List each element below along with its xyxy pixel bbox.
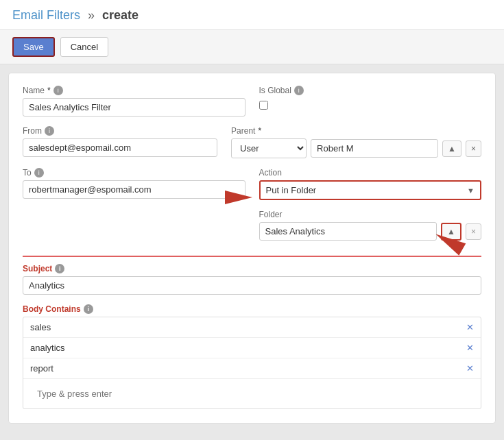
from-info-icon: i bbox=[45, 126, 54, 136]
body-item-remove-report[interactable]: ✕ bbox=[466, 363, 474, 374]
is-global-label: Is Global i bbox=[259, 86, 482, 95]
list-item: report ✕ bbox=[23, 358, 481, 379]
body-contains-info-icon: i bbox=[84, 304, 93, 314]
action-label: Action bbox=[259, 168, 482, 178]
folder-input[interactable] bbox=[259, 222, 437, 241]
is-global-checkbox[interactable] bbox=[259, 101, 268, 110]
body-item-remove-sales[interactable]: ✕ bbox=[466, 322, 474, 332]
list-item: sales ✕ bbox=[23, 317, 481, 338]
body-contains-label: Body Contains i bbox=[23, 304, 481, 314]
name-label: Name * i bbox=[23, 86, 245, 95]
breadcrumb-separator: » bbox=[88, 8, 95, 22]
folder-label: Folder bbox=[259, 210, 482, 219]
action-select[interactable]: Put in Folder Skip Mark as Important bbox=[261, 182, 481, 199]
folder-clear-button[interactable]: × bbox=[466, 223, 481, 240]
to-input[interactable] bbox=[23, 180, 245, 199]
parent-type-select[interactable]: User bbox=[231, 138, 307, 158]
subject-input[interactable] bbox=[23, 276, 481, 295]
subject-divider bbox=[23, 256, 481, 257]
body-contains-input[interactable] bbox=[30, 384, 474, 404]
parent-clear-button[interactable]: × bbox=[466, 140, 481, 157]
body-item-input-row bbox=[23, 379, 481, 408]
action-select-wrapper: Put in Folder Skip Mark as Important ▼ bbox=[259, 180, 482, 200]
from-input[interactable] bbox=[23, 138, 217, 157]
parent-select-button[interactable]: ▲ bbox=[442, 140, 461, 157]
parent-value-input[interactable] bbox=[311, 139, 438, 158]
name-input[interactable] bbox=[23, 98, 245, 117]
from-label: From i bbox=[23, 126, 217, 136]
to-label: To i bbox=[23, 168, 245, 178]
body-contains-list: sales ✕ analytics ✕ report ✕ bbox=[23, 317, 481, 409]
page-title: create bbox=[102, 8, 139, 22]
to-info-icon: i bbox=[34, 168, 44, 178]
list-item: analytics ✕ bbox=[23, 338, 481, 358]
parent-label: Parent * bbox=[231, 126, 481, 136]
breadcrumb-link[interactable]: Email Filters bbox=[12, 8, 80, 22]
subject-info-icon: i bbox=[55, 264, 64, 273]
form-container: Name * i Is Global i From i bbox=[8, 73, 496, 424]
body-item-remove-analytics[interactable]: ✕ bbox=[466, 343, 474, 353]
folder-select-button[interactable]: ▲ bbox=[441, 223, 461, 241]
save-button[interactable]: Save bbox=[12, 37, 55, 57]
cancel-button[interactable]: Cancel bbox=[60, 37, 108, 57]
name-info-icon: i bbox=[53, 86, 63, 95]
subject-label: Subject i bbox=[23, 264, 481, 273]
is-global-info-icon: i bbox=[294, 86, 304, 95]
